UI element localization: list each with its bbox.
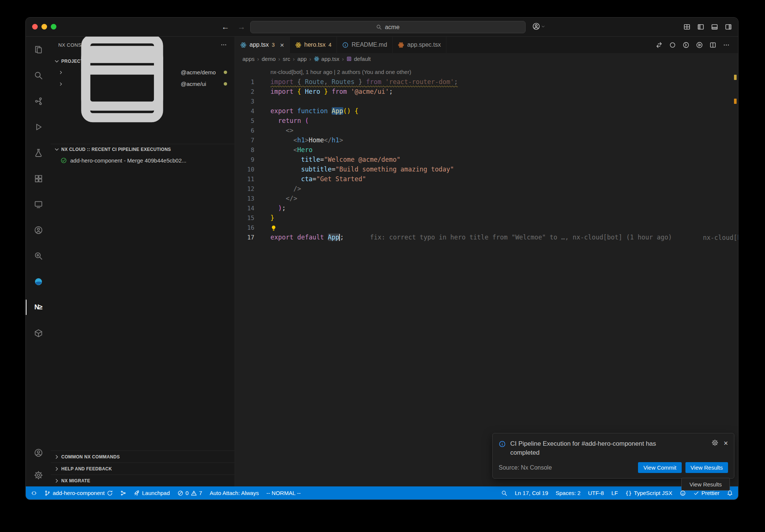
line-number: 16 xyxy=(235,224,254,231)
errors-icon xyxy=(177,490,183,496)
chevron-right-icon xyxy=(54,466,60,472)
status-auto-attach[interactable]: Auto Attach: Always xyxy=(210,490,259,496)
status-feedback[interactable] xyxy=(680,490,686,496)
code-line-7: 7 <h1>Home</h1> xyxy=(235,135,738,145)
code-line-10: 10 subtitle="Build something amazing tod… xyxy=(235,164,738,174)
browser-tools-icon xyxy=(34,277,43,286)
lightbulb-icon xyxy=(270,225,277,231)
status-formatter[interactable]: Prettier xyxy=(693,490,719,496)
activity-accounts[interactable] xyxy=(26,442,51,464)
activity-nx-console[interactable]: N≥ xyxy=(26,294,51,320)
gear-icon[interactable] xyxy=(712,439,718,446)
gitlens-graph-icon[interactable] xyxy=(682,41,690,49)
back-button[interactable]: ← xyxy=(222,22,229,31)
react-file-icon xyxy=(240,42,247,48)
line-number: 7 xyxy=(235,137,254,144)
minimize-window-button[interactable] xyxy=(41,24,47,30)
open-changes-icon[interactable] xyxy=(656,41,663,49)
view-results-button[interactable]: View Results xyxy=(685,462,728,473)
breadcrumb-separator: › xyxy=(278,56,280,62)
breadcrumb-separator: › xyxy=(342,56,344,62)
status-zoom-indicator[interactable] xyxy=(501,490,507,496)
split-editor-icon[interactable] xyxy=(709,41,716,49)
code-editor[interactable]: nx-cloud[bot], 1 hour ago | 2 authors (Y… xyxy=(235,64,738,486)
run-file-icon[interactable] xyxy=(696,41,703,49)
activity-testing[interactable] xyxy=(26,140,51,166)
nx-cloud-section-header[interactable]: NX CLOUD :: RECENT CI PIPELINE EXECUTION… xyxy=(51,144,235,155)
view-commit-button[interactable]: View Commit xyxy=(638,462,681,473)
sidebar-section-help-and-feedback[interactable]: HELP AND FEEDBACK xyxy=(51,463,235,474)
project-item-@acme/ui[interactable]: @acme/ui xyxy=(51,78,235,90)
atom-icon xyxy=(314,56,319,62)
more-actions-icon[interactable] xyxy=(220,41,227,48)
close-icon[interactable]: × xyxy=(724,439,728,447)
tab-label: hero.tsx xyxy=(304,41,326,48)
activity-extensions[interactable] xyxy=(26,166,51,191)
run-and-debug-icon xyxy=(34,123,43,132)
breadcrumb-item-app.tsx[interactable]: app.tsx xyxy=(314,56,339,62)
chevron-right-icon xyxy=(58,70,64,75)
more-actions-icon[interactable] xyxy=(723,41,730,49)
toggle-sidebar-right-icon[interactable] xyxy=(725,23,732,31)
sidebar-section-nx-migrate[interactable]: NX MIGRATE xyxy=(51,474,235,486)
close-window-button[interactable] xyxy=(32,24,38,30)
status-remote-indicator[interactable] xyxy=(31,490,37,496)
pipeline-execution-item[interactable]: add-hero-component - Merge 409b44e5cb02.… xyxy=(51,155,235,166)
tab-app.tsx[interactable]: app.tsx3× xyxy=(235,37,290,53)
breadcrumb-item-apps[interactable]: apps xyxy=(242,56,255,62)
activity-explorer[interactable] xyxy=(26,37,51,62)
forward-button[interactable]: → xyxy=(238,22,245,31)
status-indentation[interactable]: Spaces: 2 xyxy=(556,490,581,496)
activity-search[interactable] xyxy=(26,62,51,88)
activity-settings[interactable] xyxy=(26,464,51,486)
activity-live-share[interactable] xyxy=(26,217,51,243)
code-line-15: 15} xyxy=(235,213,738,223)
activity-remote-explorer[interactable] xyxy=(26,191,51,217)
activity-gitlens-inspect[interactable] xyxy=(26,243,51,269)
profile-button[interactable] xyxy=(532,22,545,30)
status-encoding[interactable]: UTF-8 xyxy=(588,490,604,496)
command-center-search[interactable]: acme xyxy=(250,21,526,33)
tab-hero.tsx[interactable]: hero.tsx4 xyxy=(290,37,337,53)
overview-ruler-warning-mark xyxy=(734,75,737,80)
status-branch-status[interactable]: add-hero-component xyxy=(44,490,113,496)
chevron-right-icon xyxy=(54,454,60,460)
status-eol[interactable]: LF xyxy=(611,490,618,496)
status-launchpad[interactable]: Launchpad xyxy=(134,490,170,496)
chevron-down-icon xyxy=(541,24,545,29)
sidebar-section-common-nx-commands[interactable]: COMMON NX COMMANDS xyxy=(51,451,235,463)
status-notifications-bell[interactable] xyxy=(727,490,733,496)
activity-nx-cloud[interactable] xyxy=(26,320,51,346)
toggle-sidebar-left-icon[interactable] xyxy=(697,23,704,31)
modified-dot xyxy=(224,71,227,74)
customize-layout-icon[interactable] xyxy=(683,23,691,31)
activity-run-and-debug[interactable] xyxy=(26,114,51,140)
activity-browser-tools[interactable] xyxy=(26,269,51,294)
activity-source-control[interactable] xyxy=(26,88,51,114)
gitlens-clipped-blame: nx-cloud[b xyxy=(703,234,738,241)
breadcrumb-item-app[interactable]: app xyxy=(297,56,307,62)
react-file-icon xyxy=(295,42,301,48)
tab-app.spec.tsx[interactable]: app.spec.tsx xyxy=(393,37,446,53)
maximize-window-button[interactable] xyxy=(51,24,56,30)
tab-problems-badge: 4 xyxy=(328,42,331,48)
status-language-mode[interactable]: {}TypeScript JSX xyxy=(625,490,672,496)
zoom-indicator-icon xyxy=(501,490,507,496)
line-number: 10 xyxy=(235,166,254,173)
lightbulb-icon[interactable] xyxy=(270,224,277,231)
gitlens-circle-icon[interactable] xyxy=(669,41,676,49)
close-icon[interactable]: × xyxy=(280,41,284,49)
notification-source: Source: Nx Console xyxy=(499,464,552,471)
status-cursor-position[interactable]: Ln 17, Col 19 xyxy=(515,490,548,496)
tab-README.md[interactable]: README.md xyxy=(337,37,393,53)
line-number: 3 xyxy=(235,98,254,105)
breadcrumb-item-default[interactable]: default xyxy=(346,56,371,62)
breadcrumb-item-demo[interactable]: demo xyxy=(262,56,276,62)
status-commit-graph[interactable] xyxy=(120,490,126,496)
info-icon xyxy=(499,440,506,448)
breadcrumb-item-src[interactable]: src xyxy=(283,56,290,62)
testing-icon xyxy=(34,148,43,157)
status-problems[interactable]: 07 xyxy=(177,490,202,496)
toggle-panel-icon[interactable] xyxy=(711,23,718,31)
status-vim-mode[interactable]: -- NORMAL -- xyxy=(266,490,301,496)
